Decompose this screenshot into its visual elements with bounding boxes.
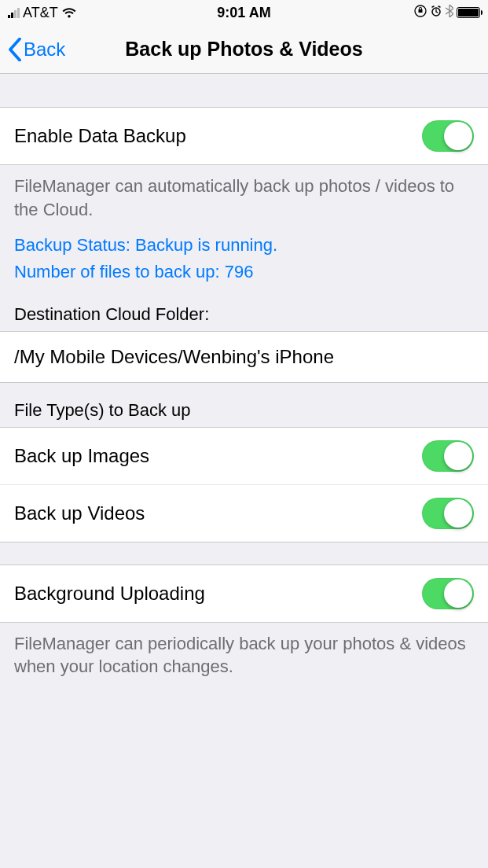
back-button[interactable]: Back — [0, 38, 65, 61]
background-uploading-label: Background Uploading — [14, 583, 205, 605]
backup-images-label: Back up Images — [14, 445, 149, 467]
status-right — [414, 5, 480, 21]
status-left: AT&T — [8, 5, 77, 21]
destination-path: /My Mobile Devices/Wenbing's iPhone — [14, 346, 334, 367]
background-uploading-toggle[interactable] — [422, 578, 474, 609]
backup-images-toggle[interactable] — [422, 440, 474, 472]
wifi-icon — [61, 7, 77, 18]
alarm-icon — [430, 5, 442, 21]
backup-images-row: Back up Images — [0, 428, 488, 485]
status-bar: AT&T 9:01 AM — [0, 0, 488, 25]
bluetooth-icon — [446, 5, 453, 21]
destination-header: Destination Cloud Folder: — [0, 287, 488, 331]
background-uploading-row: Background Uploading — [0, 565, 488, 623]
filetypes-group: Back up Images Back up Videos — [0, 427, 488, 542]
orientation-lock-icon — [414, 5, 427, 21]
clock: 9:01 AM — [217, 5, 270, 21]
back-label: Back — [24, 39, 65, 61]
enable-backup-footer: FileManager can automatically back up ph… — [0, 165, 488, 226]
battery-icon — [457, 7, 480, 18]
backup-videos-row: Back up Videos — [0, 485, 488, 542]
enable-backup-row: Enable Data Backup — [0, 107, 488, 165]
enable-backup-label: Enable Data Backup — [14, 125, 186, 147]
backup-videos-toggle[interactable] — [422, 498, 474, 529]
backup-videos-label: Back up Videos — [14, 502, 145, 524]
backup-status-line1: Backup Status: Backup is running. — [0, 226, 488, 260]
nav-bar: Back Back up Photos & Videos — [0, 25, 488, 74]
signal-icon — [8, 7, 20, 18]
background-uploading-footer: FileManager can periodically back up you… — [0, 623, 488, 683]
carrier-label: AT&T — [23, 5, 58, 21]
chevron-left-icon — [8, 38, 22, 61]
filetypes-header: File Type(s) to Back up — [0, 383, 488, 427]
page-title: Back up Photos & Videos — [125, 38, 362, 61]
enable-backup-toggle[interactable] — [422, 120, 474, 152]
destination-folder-row[interactable]: /My Mobile Devices/Wenbing's iPhone — [0, 331, 488, 383]
backup-status-line2: Number of files to back up: 796 — [0, 260, 488, 287]
